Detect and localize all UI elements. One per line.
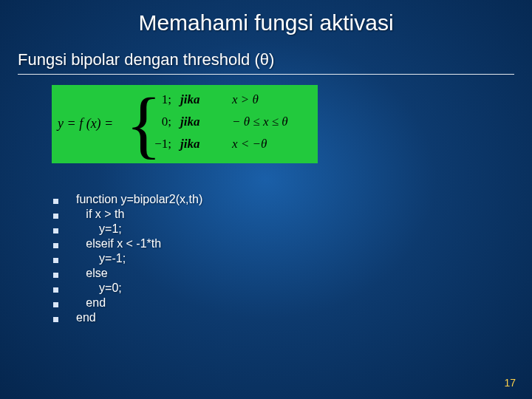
- bullet-icon: [53, 258, 58, 263]
- list-item: if x > th: [53, 208, 532, 221]
- bullet-icon: [53, 199, 58, 204]
- equation-keyword: jika: [174, 137, 217, 151]
- equation-value: 0;: [145, 115, 174, 129]
- bullet-icon: [53, 317, 58, 322]
- list-item: y=0;: [53, 282, 532, 295]
- list-item: else: [53, 267, 532, 280]
- code-text: end: [76, 311, 96, 324]
- equation-condition: x > θ: [217, 92, 259, 107]
- bullet-icon: [53, 273, 58, 278]
- bullet-icon: [53, 287, 58, 293]
- code-text: function y=bipolar2(x,th): [76, 193, 202, 206]
- code-text: else: [76, 267, 108, 280]
- list-item: function y=bipolar2(x,th): [53, 193, 532, 206]
- code-text: end: [76, 296, 106, 310]
- code-text: y=1;: [76, 222, 122, 236]
- list-item: end: [53, 296, 532, 310]
- equation-condition: − θ ≤ x ≤ θ: [217, 115, 288, 129]
- code-text: y=0;: [76, 282, 122, 295]
- code-block: function y=bipolar2(x,th) if x > th y=1;…: [53, 193, 532, 324]
- bullet-icon: [53, 228, 58, 233]
- equation-row: −1; jika x < −θ: [145, 137, 288, 159]
- equation-box: y = f (x) = { 1; jika x > θ 0; jika − θ …: [52, 85, 318, 163]
- code-text: elseif x < -1*th: [76, 237, 161, 250]
- bullet-icon: [53, 243, 58, 248]
- list-item: end: [53, 311, 532, 324]
- divider: [18, 74, 514, 75]
- bullet-icon: [53, 214, 58, 219]
- list-item: y=1;: [53, 222, 532, 236]
- equation-keyword: jika: [174, 115, 217, 129]
- equation-value: 1;: [145, 92, 174, 107]
- equation-row: 0; jika − θ ≤ x ≤ θ: [145, 115, 288, 137]
- bullet-icon: [53, 302, 58, 307]
- code-text: if x > th: [76, 208, 124, 221]
- equation-value: −1;: [145, 137, 174, 151]
- equation-lhs: y = f (x) =: [58, 116, 113, 132]
- equation-condition: x < −θ: [217, 137, 267, 151]
- slide-title: Memahami fungsi aktivasi: [0, 0, 532, 35]
- equation-rows: 1; jika x > θ 0; jika − θ ≤ x ≤ θ −1; ji…: [145, 92, 288, 159]
- list-item: elseif x < -1*th: [53, 237, 532, 250]
- code-text: y=-1;: [76, 252, 126, 265]
- page-number: 17: [504, 377, 516, 389]
- equation-row: 1; jika x > θ: [145, 92, 288, 115]
- slide-subtitle: Fungsi bipolar dengan threshold (θ): [18, 50, 532, 69]
- list-item: y=-1;: [53, 252, 532, 265]
- equation-keyword: jika: [174, 92, 217, 107]
